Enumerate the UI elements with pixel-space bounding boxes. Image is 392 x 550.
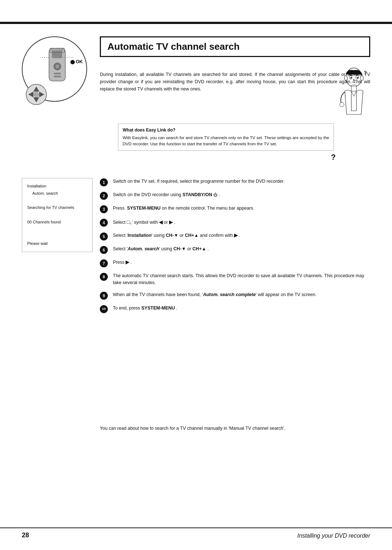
page-number: 28 bbox=[22, 531, 29, 539]
dots-line bbox=[59, 57, 74, 57]
step-num-5: 5 bbox=[100, 232, 108, 240]
screen-line-9: Please wait bbox=[27, 240, 87, 247]
page-title: Automatic TV channel search bbox=[107, 41, 363, 52]
step-8: 8 The automatic TV channel search starts… bbox=[100, 272, 370, 286]
screen-line-5 bbox=[27, 211, 87, 219]
screen-line-6: 00 Channels found bbox=[27, 219, 87, 226]
screen-line-3 bbox=[27, 197, 87, 205]
svg-point-23 bbox=[340, 102, 344, 107]
top-bar bbox=[0, 22, 392, 24]
easylink-text: With Easylink, you can search for and st… bbox=[123, 135, 329, 147]
step-num-9: 9 bbox=[100, 292, 108, 300]
bottom-bar bbox=[0, 527, 392, 528]
system-label: SYSTEM bbox=[50, 48, 65, 53]
steps-list: 1 Switch on the TV set. If required, sel… bbox=[100, 178, 370, 318]
content-area: SYSTEM OK bbox=[22, 29, 370, 521]
arrow-keys bbox=[25, 84, 47, 105]
step-6: 6 Select 'Autom. search' using CH-▼ or C… bbox=[100, 246, 370, 254]
step-1: 1 Switch on the TV set. If required, sel… bbox=[100, 178, 370, 186]
step-num-8: 8 bbox=[100, 273, 108, 281]
svg-point-12 bbox=[33, 92, 39, 97]
step-5: 5 Select 'Installation' using CH-▼ or CH… bbox=[100, 232, 370, 240]
step-10: 10 To end, press SYSTEM-MENU . bbox=[100, 305, 370, 313]
step-text-9: When all the TV channels have been found… bbox=[113, 291, 370, 298]
step-num-1: 1 bbox=[100, 178, 108, 186]
step-num-7: 7 bbox=[100, 259, 108, 267]
step-num-10: 10 bbox=[100, 305, 108, 313]
step-text-4: Select □↑’ symbol with ◀ or ▶ . bbox=[113, 218, 370, 227]
screen-line-1: Installation bbox=[27, 183, 87, 190]
screen-box: Installation Autom. search Searching for… bbox=[22, 178, 93, 252]
step-num-2: 2 bbox=[100, 192, 108, 200]
step-2: 2 Switch on the DVD recorder using STAND… bbox=[100, 191, 370, 200]
svg-rect-5 bbox=[54, 76, 61, 77]
step-text-8: The automatic TV channel search starts. … bbox=[113, 272, 370, 286]
svg-rect-4 bbox=[54, 73, 61, 74]
bottom-note: You can read about how to search for a T… bbox=[100, 425, 370, 432]
footer-text: Installing your DVD recorder bbox=[297, 533, 370, 539]
easylink-title: What does Easy Link do? bbox=[123, 127, 329, 133]
step-text-5: Select 'Installation' using CH-▼ or CH+▲… bbox=[113, 232, 370, 239]
step-text-1: Switch on the TV set. If required, selec… bbox=[113, 178, 370, 185]
step-text-10: To end, press SYSTEM-MENU . bbox=[113, 305, 370, 312]
easylink-box: What does Easy Link do? With Easylink, y… bbox=[118, 124, 334, 151]
step-3: 3 Press SYSTEM-MENU on the remote contro… bbox=[100, 205, 370, 213]
step-num-4: 4 bbox=[100, 219, 108, 227]
step-num-6: 6 bbox=[100, 246, 108, 254]
step-4: 4 Select □↑’ symbol with ◀ or ▶ . bbox=[100, 218, 370, 227]
step-text-6: Select 'Autom. search' using CH-▼ or CH+… bbox=[113, 246, 370, 252]
screen-line-8 bbox=[27, 233, 87, 240]
title-box: Automatic TV channel search bbox=[100, 36, 370, 57]
screen-line-4: Searching for TV channels bbox=[27, 204, 87, 211]
intro-paragraph: During installation, all available TV ch… bbox=[100, 71, 370, 93]
screen-line-2: Autom. search bbox=[27, 190, 87, 197]
step-text-2: Switch on the DVD recorder using STANDBY… bbox=[113, 191, 370, 198]
question-mark: ? bbox=[331, 153, 336, 162]
step-9: 9 When all the TV channels have been fou… bbox=[100, 291, 370, 300]
screen-line-7 bbox=[27, 226, 87, 233]
remote-illustration: SYSTEM OK bbox=[22, 36, 94, 116]
step-text-7: Press ▶ . bbox=[113, 259, 370, 266]
ok-label: OK bbox=[70, 59, 83, 64]
step-text-3: Press SYSTEM-MENU on the remote control.… bbox=[113, 205, 370, 212]
step-7: 7 Press ▶ . bbox=[100, 259, 370, 267]
step-num-3: 3 bbox=[100, 205, 108, 213]
svg-point-3 bbox=[56, 65, 59, 68]
